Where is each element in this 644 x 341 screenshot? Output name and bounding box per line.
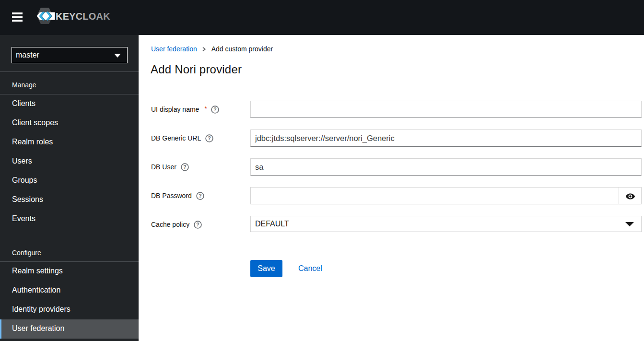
svg-text:?: ? [199,193,201,199]
svg-text:?: ? [183,164,186,170]
svg-text:?: ? [196,222,199,227]
svg-text:KEYCLOAK: KEYCLOAK [56,11,110,22]
svg-text:?: ? [214,106,217,112]
svg-text:?: ? [208,135,211,141]
